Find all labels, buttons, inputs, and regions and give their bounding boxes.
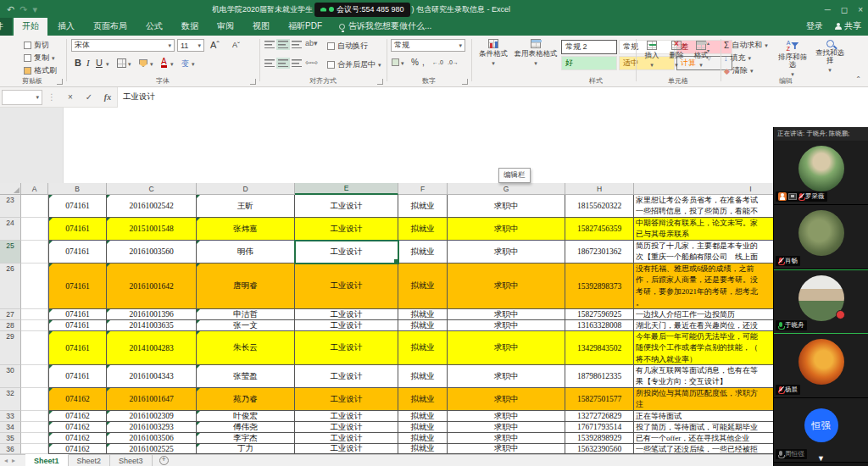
row-header-29[interactable]: 29 [0, 331, 21, 365]
copy-button[interactable]: 复制▾ [24, 52, 55, 64]
cell-F28[interactable]: 拟就业 [398, 320, 448, 331]
cell-D34[interactable]: 傅伟尧 [197, 422, 295, 433]
row-header-24[interactable]: 24 [0, 218, 21, 241]
row-header-28[interactable]: 28 [0, 320, 21, 331]
cell-A35[interactable] [21, 433, 48, 444]
ribbon-tab-文件[interactable]: 文件 [0, 18, 12, 36]
tell-me-box[interactable]: 告诉我您想要做什么... [332, 18, 438, 36]
format-cells-button[interactable]: 格式▾ [690, 41, 712, 69]
ribbon-tab-页面布局[interactable]: 页面布局 [85, 18, 136, 36]
delete-cells-button[interactable]: 删除▾ [665, 41, 687, 69]
cell-D36[interactable]: 丁力 [197, 444, 295, 454]
ribbon-tab-插入[interactable]: 插入 [49, 18, 83, 36]
align-middle-icon[interactable] [278, 41, 288, 48]
wrap-text-button[interactable]: 自动换行 [327, 40, 368, 53]
row-header-32[interactable]: 32 [0, 388, 21, 411]
column-header-C[interactable]: C [107, 183, 197, 195]
clipboard-dialog-launcher[interactable] [57, 79, 63, 85]
row-header-23[interactable]: 23 [0, 195, 21, 218]
cell-F34[interactable]: 拟就业 [398, 422, 448, 433]
column-header-G[interactable]: G [448, 183, 565, 195]
cell-F35[interactable]: 拟就业 [398, 433, 448, 444]
cell-G32[interactable]: 求职中 [448, 388, 565, 411]
cell-D35[interactable]: 李宇杰 [197, 433, 295, 444]
cell-B29[interactable]: 074161 [48, 331, 107, 365]
login-button[interactable]: 登录 [806, 20, 823, 32]
cell-E28[interactable]: 工业设计 [295, 320, 398, 331]
cell-B26[interactable]: 074161 [48, 264, 107, 309]
cell-E29[interactable]: 工业设计 [295, 331, 398, 365]
cell-A33[interactable] [21, 411, 48, 422]
cell-A26[interactable] [21, 264, 48, 309]
cell-H30[interactable]: 18798612335 [565, 365, 634, 388]
cell-E24[interactable]: 工业设计 [295, 218, 398, 241]
row-header-26[interactable]: 26 [0, 264, 21, 309]
cell-E36[interactable]: 工业设计 [295, 444, 398, 454]
conditional-formatting-button[interactable]: 条件格式▾ [475, 39, 512, 67]
enter-entry-icon[interactable]: ✓ [80, 92, 98, 102]
font-color-icon[interactable]: A [161, 58, 167, 68]
cell-B30[interactable]: 074161 [48, 365, 107, 388]
scroll-down-indicator[interactable]: ▼ [817, 454, 825, 463]
align-left-icon[interactable] [264, 59, 275, 67]
cell-H25[interactable]: 18672301362 [565, 241, 634, 264]
cell-B23[interactable]: 074161 [48, 195, 107, 218]
cell-B32[interactable]: 074162 [48, 388, 107, 411]
cell-H35[interactable]: 15392898929 [565, 433, 634, 444]
underline-caret[interactable]: ▾ [106, 61, 109, 68]
cell-D25[interactable]: 明伟 [197, 241, 295, 264]
cell-F30[interactable]: 拟就业 [398, 365, 448, 388]
cell-B33[interactable]: 074162 [48, 411, 107, 422]
cell-D29[interactable]: 朱长云 [197, 331, 295, 365]
borders-icon[interactable] [117, 58, 126, 68]
cell-D23[interactable]: 王昕 [197, 195, 295, 218]
cell-F29[interactable]: 拟就业 [398, 331, 448, 365]
accounting-format-icon[interactable] [392, 58, 399, 66]
cell-G36[interactable]: 求职中 [448, 444, 565, 454]
cell-C27[interactable]: 20161001396 [107, 309, 197, 320]
cell-E34[interactable]: 工业设计 [295, 422, 398, 433]
cell-H27[interactable]: 15827596925 [565, 309, 634, 320]
cell-C25[interactable]: 20161003560 [107, 241, 197, 264]
font-family-select[interactable]: 宋体▾ [71, 39, 175, 52]
participant-tile-肖畅[interactable]: 肖畅 [774, 205, 868, 269]
cell-A28[interactable] [21, 320, 48, 331]
cell-B35[interactable]: 074162 [48, 433, 107, 444]
cell-C32[interactable]: 20161001647 [107, 388, 197, 411]
ribbon-tab-公式[interactable]: 公式 [137, 18, 171, 36]
row-header-34[interactable]: 34 [0, 422, 21, 433]
cell-G25[interactable]: 求职中 [448, 241, 565, 264]
orientation-icon[interactable]: ab▾ [305, 39, 318, 47]
cell-A34[interactable] [21, 422, 48, 433]
cell-A30[interactable] [21, 365, 48, 388]
decrease-decimal-icon[interactable]: .0→ [448, 59, 459, 65]
autosum-button[interactable]: Σ自动求和▾ [724, 39, 768, 52]
cell-style-好[interactable]: 好 [561, 56, 617, 70]
row-header-25[interactable]: 25 [0, 241, 21, 264]
merge-center-button[interactable]: 合并后居中▾ [327, 58, 381, 71]
sheet-nav-arrows[interactable]: ◂▸ [0, 455, 25, 466]
align-bottom-icon[interactable] [292, 41, 302, 48]
sheet-tab-Sheet3[interactable]: Sheet3 [110, 455, 153, 466]
ribbon-tab-审阅[interactable]: 审阅 [209, 18, 242, 36]
row-header-27[interactable]: 27 [0, 309, 21, 320]
cell-F26[interactable]: 拟就业 [398, 264, 448, 309]
cell-H26[interactable]: 15392898373 [565, 264, 634, 309]
comma-style-button[interactable]: , [422, 58, 425, 67]
ribbon-tab-开始[interactable]: 开始 [14, 18, 47, 36]
cut-button[interactable]: 剪切 [24, 39, 49, 52]
column-header-H[interactable]: H [565, 183, 634, 195]
number-format-select[interactable]: 常规▾ [391, 39, 465, 52]
ribbon-tab-福昕PDF[interactable]: 福昕PDF [280, 18, 331, 36]
participant-tile-杨晨[interactable]: 杨晨 [774, 334, 868, 398]
close-icon[interactable]: × [858, 5, 863, 14]
cell-G26[interactable]: 求职中 [448, 264, 565, 309]
bold-button[interactable]: B [75, 58, 81, 68]
format-painter-button[interactable]: 格式刷 [24, 64, 57, 77]
cell-E26[interactable]: 工业设计 [295, 264, 398, 309]
collapse-ribbon-icon[interactable]: ⌃ [855, 75, 861, 83]
cell-E27[interactable]: 工业设计 [295, 309, 398, 320]
cell-A36[interactable] [21, 444, 48, 454]
undo-icon[interactable]: ↶ [7, 4, 14, 15]
cell-C34[interactable]: 20161003293 [107, 422, 197, 433]
